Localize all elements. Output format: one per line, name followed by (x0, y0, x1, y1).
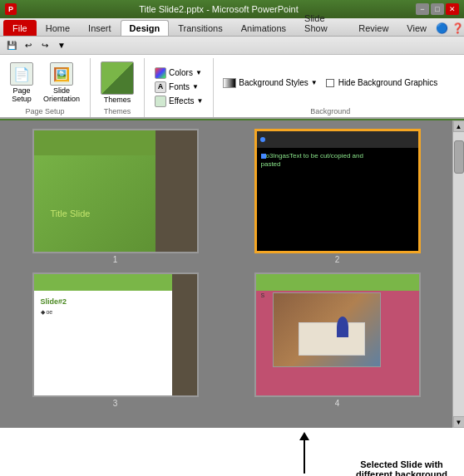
title-bar: P Title Slide2.pptx - Microsoft PowerPoi… (0, 0, 464, 18)
slide-1[interactable]: Title Slide (32, 129, 199, 253)
vertical-scrollbar[interactable]: ▲ ▼ (452, 120, 464, 428)
tab-transitions[interactable]: Transitions (169, 20, 231, 36)
themes-content: Themes (97, 60, 137, 106)
themes-button[interactable]: Themes (97, 60, 137, 106)
slide-1-title: Title Slide (51, 209, 91, 218)
arrow-head (299, 432, 309, 440)
annotation-text: Selected Slide with different background (356, 459, 447, 476)
slide-4-content: S (256, 274, 419, 395)
tab-review[interactable]: Review (349, 20, 397, 36)
background-content: Background Styles ▼ Hide Background Grap… (220, 60, 440, 106)
slide-2-text: o3IngasText to be cut/copied and pasted (261, 152, 363, 169)
ribbon-tabs: File Home Insert Design Transitions Anim… (0, 18, 464, 37)
tab-design[interactable]: Design (121, 20, 170, 36)
redo-button[interactable]: ↪ (38, 39, 52, 52)
slide-panel[interactable]: Title Slide 1 o3IngasText to be cut/copi… (0, 120, 452, 428)
slide-1-number: 1 (113, 255, 118, 264)
slide-thumb-1[interactable]: Title Slide 1 (8, 129, 222, 264)
colors-content: Colors ▼ A Fonts ▼ Effects ▼ (151, 60, 206, 114)
ribbon-help-icon[interactable]: 🔵 (436, 22, 448, 34)
slide-2-number: 2 (335, 255, 340, 264)
colors-button[interactable]: Colors ▼ (151, 66, 206, 80)
colors-label: Colors (169, 68, 193, 77)
qat-dropdown-button[interactable]: ▼ (55, 39, 68, 52)
app-icon: P (5, 3, 17, 15)
background-styles-button[interactable]: Background Styles ▼ (220, 77, 319, 89)
slide-4-image (273, 292, 381, 367)
slide-thumb-4[interactable]: S 4 (230, 272, 444, 408)
slide-3[interactable]: Slide#2 ◆ oe (32, 272, 199, 397)
page-setup-button[interactable]: 📄 PageSetup (7, 61, 37, 105)
slide-4-header (256, 274, 419, 291)
maximize-button[interactable]: □ (431, 3, 444, 15)
slide-2-content: o3IngasText to be cut/copied and pasted (257, 131, 418, 251)
tab-insert[interactable]: Insert (79, 20, 121, 36)
themes-icon (101, 61, 134, 95)
effects-label: Effects (169, 96, 194, 106)
effects-button[interactable]: Effects ▼ (151, 95, 206, 108)
arrow-line (304, 440, 305, 474)
tab-slideshow[interactable]: Slide Show (295, 10, 349, 36)
ribbon-group-background: Background Styles ▼ Hide Background Grap… (217, 58, 447, 117)
themes-group-label: Themes (97, 106, 137, 115)
scrollbar-track[interactable] (453, 132, 464, 416)
background-styles-icon (223, 78, 236, 88)
scroll-up-button[interactable]: ▲ (453, 120, 465, 132)
page-setup-icon: 📄 (10, 62, 33, 86)
scrollbar-thumb[interactable] (454, 140, 464, 174)
colors-dropdown-icon: ▼ (195, 69, 202, 76)
page-setup-label: PageSetup (12, 86, 32, 103)
ribbon-group-page-setup: 📄 PageSetup 🖼️ SlideOrientation Page Set… (3, 58, 91, 117)
ribbon-group-colors: Colors ▼ A Fonts ▼ Effects ▼ (148, 58, 214, 117)
hide-background-button[interactable]: Hide Background Graphics (323, 77, 441, 88)
tab-file[interactable]: File (3, 20, 37, 36)
slide-orientation-label: SlideOrientation (43, 86, 80, 103)
page-setup-group-label: Page Setup (7, 106, 83, 115)
slide-3-number: 3 (113, 399, 118, 408)
scroll-down-button[interactable]: ▼ (453, 416, 465, 428)
slide-1-sidebar (155, 130, 197, 252)
slide-orientation-button[interactable]: 🖼️ SlideOrientation (40, 61, 83, 105)
slide-4-title: S (261, 292, 265, 298)
tab-animations[interactable]: Animations (232, 20, 295, 36)
slide-4-lamp (337, 317, 348, 337)
tab-view[interactable]: View (397, 20, 436, 36)
slide-2[interactable]: o3IngasText to be cut/copied and pasted (254, 129, 421, 253)
fonts-label: Fonts (169, 82, 190, 91)
effects-dropdown-icon: ▼ (196, 97, 203, 105)
main-area: Title Slide 1 o3IngasText to be cut/copi… (0, 120, 464, 428)
slide-1-content: Title Slide (34, 130, 197, 252)
save-button[interactable]: 💾 (5, 39, 18, 52)
colors-group-label (151, 114, 206, 115)
effects-icon (155, 96, 166, 107)
slide-3-sidebar (172, 274, 197, 395)
colors-swatch (155, 67, 166, 79)
undo-button[interactable]: ↩ (22, 39, 35, 52)
background-styles-dropdown: ▼ (311, 79, 318, 86)
page-setup-buttons: 📄 PageSetup 🖼️ SlideOrientation (7, 60, 83, 106)
slide-4-bed (299, 322, 365, 356)
slide-3-bullet: ◆ oe (41, 309, 53, 316)
slide-3-title: Slide#2 (41, 297, 67, 306)
hide-background-label: Hide Background Graphics (338, 78, 438, 87)
hide-background-checkbox[interactable] (326, 79, 334, 87)
slide-2-header (257, 131, 418, 148)
window-controls: − □ ✕ (416, 3, 459, 15)
ribbon-group-themes: Themes Themes (94, 58, 145, 117)
slide-thumb-2[interactable]: o3IngasText to be cut/copied and pasted … (230, 129, 444, 264)
background-group-label: Background (220, 106, 440, 115)
close-button[interactable]: ✕ (446, 3, 459, 15)
fonts-dropdown-icon: ▼ (192, 83, 199, 91)
slide-thumb-3[interactable]: Slide#2 ◆ oe 3 (8, 272, 222, 408)
background-styles-label: Background Styles (239, 78, 308, 87)
slide-3-content: Slide#2 ◆ oe (34, 274, 197, 395)
tab-home[interactable]: Home (37, 20, 79, 36)
slide-4[interactable]: S (254, 272, 421, 397)
fonts-button[interactable]: A Fonts ▼ (151, 81, 206, 94)
themes-label: Themes (104, 96, 131, 104)
ribbon: 📄 PageSetup 🖼️ SlideOrientation Page Set… (0, 55, 464, 119)
ribbon-info-icon[interactable]: ❓ (452, 22, 464, 34)
slide-orientation-icon: 🖼️ (50, 62, 73, 86)
minimize-button[interactable]: − (416, 3, 429, 15)
fonts-icon: A (155, 81, 166, 93)
